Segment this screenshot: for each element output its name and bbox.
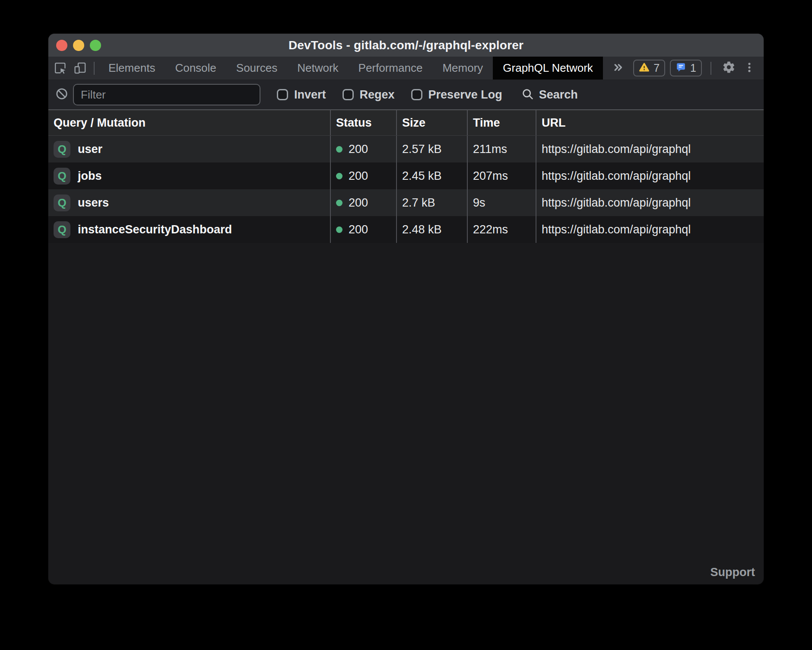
tab-sources[interactable]: Sources bbox=[226, 57, 287, 80]
requests-table-header: Query / Mutation Status Size Time URL bbox=[48, 109, 764, 136]
status-ok-dot bbox=[336, 173, 343, 179]
query-name: jobs bbox=[78, 169, 102, 183]
circle-slash-icon bbox=[55, 87, 68, 102]
table-row[interactable]: Q jobs 200 2.45 kB 207ms https://gitlab.… bbox=[48, 162, 764, 189]
tab-memory[interactable]: Memory bbox=[432, 57, 493, 80]
query-badge: Q bbox=[54, 141, 70, 158]
inspect-element-button[interactable] bbox=[50, 57, 70, 80]
status-ok-dot bbox=[336, 146, 343, 153]
close-window-button[interactable] bbox=[56, 40, 67, 51]
table-row[interactable]: Q user 200 2.57 kB 211ms https://gitlab.… bbox=[48, 136, 764, 162]
preserve-log-checkbox[interactable] bbox=[411, 89, 422, 100]
table-row[interactable]: Q users 200 2.7 kB 9s https://gitlab.com… bbox=[48, 189, 764, 216]
column-header-time: Time bbox=[467, 110, 536, 135]
filter-toolbar: Invert Regex Preserve Log Search bbox=[48, 80, 764, 109]
settings-button[interactable] bbox=[720, 61, 737, 76]
query-name: users bbox=[78, 196, 109, 210]
more-options-button[interactable] bbox=[742, 61, 757, 75]
status-code: 200 bbox=[349, 196, 368, 210]
chevron-double-right-icon bbox=[612, 61, 625, 76]
regex-checkbox[interactable] bbox=[343, 89, 354, 100]
window-title: DevTools - gitlab.com/-/graphql-explorer bbox=[289, 38, 523, 52]
query-name: instanceSecurityDashboard bbox=[78, 223, 232, 236]
toolbar-divider bbox=[710, 62, 711, 75]
warnings-badge[interactable]: 7 bbox=[633, 60, 665, 76]
status-code: 200 bbox=[349, 169, 368, 183]
query-name: user bbox=[78, 143, 102, 156]
preserve-log-label: Preserve Log bbox=[428, 88, 502, 102]
chat-bubble-icon bbox=[676, 62, 686, 74]
response-size: 2.45 kB bbox=[396, 162, 467, 189]
tabbar-right-controls: 7 1 bbox=[633, 57, 764, 80]
toggle-device-toolbar-button[interactable] bbox=[70, 57, 90, 80]
issues-count: 1 bbox=[690, 62, 696, 74]
request-url: https://gitlab.com/api/graphql bbox=[536, 136, 764, 162]
invert-checkbox[interactable] bbox=[277, 89, 288, 100]
column-header-query-mutation: Query / Mutation bbox=[48, 110, 330, 135]
response-time: 9s bbox=[467, 189, 536, 216]
kebab-menu-icon bbox=[743, 61, 755, 75]
warnings-count: 7 bbox=[653, 62, 660, 74]
response-size: 2.48 kB bbox=[396, 216, 467, 243]
request-url: https://gitlab.com/api/graphql bbox=[536, 189, 764, 216]
column-header-url: URL bbox=[536, 110, 764, 135]
invert-filter-group: Invert bbox=[277, 88, 326, 102]
response-time: 222ms bbox=[467, 216, 536, 243]
gear-icon bbox=[722, 61, 736, 76]
invert-label: Invert bbox=[294, 88, 326, 102]
tab-elements[interactable]: Elements bbox=[98, 57, 165, 80]
response-time: 211ms bbox=[467, 136, 536, 162]
search-icon bbox=[521, 88, 534, 102]
traffic-lights bbox=[56, 40, 101, 51]
warning-triangle-icon bbox=[639, 62, 650, 74]
status-ok-dot bbox=[336, 226, 343, 233]
devtools-tabbar: Elements Console Sources Network Perform… bbox=[48, 57, 764, 80]
preserve-log-group: Preserve Log bbox=[411, 88, 502, 102]
regex-label: Regex bbox=[360, 88, 395, 102]
status-code: 200 bbox=[349, 223, 368, 236]
table-row[interactable]: Q instanceSecurityDashboard 200 2.48 kB … bbox=[48, 216, 764, 243]
column-header-status: Status bbox=[330, 110, 396, 135]
status-ok-dot bbox=[336, 200, 343, 206]
tab-console[interactable]: Console bbox=[165, 57, 226, 80]
inspect-cursor-icon bbox=[54, 61, 67, 75]
window-titlebar[interactable]: DevTools - gitlab.com/-/graphql-explorer bbox=[48, 34, 764, 57]
regex-filter-group: Regex bbox=[343, 88, 395, 102]
filter-input[interactable] bbox=[73, 84, 260, 105]
response-time: 207ms bbox=[467, 162, 536, 189]
more-tabs-button[interactable] bbox=[603, 57, 633, 80]
search-label: Search bbox=[539, 88, 578, 102]
request-url: https://gitlab.com/api/graphql bbox=[536, 162, 764, 189]
support-link[interactable]: Support bbox=[710, 566, 755, 579]
status-code: 200 bbox=[349, 143, 368, 156]
devtools-window: DevTools - gitlab.com/-/graphql-explorer… bbox=[48, 34, 764, 584]
tab-graphql-network[interactable]: GraphQL Network bbox=[493, 57, 603, 80]
clear-requests-button[interactable] bbox=[55, 87, 68, 102]
request-url: https://gitlab.com/api/graphql bbox=[536, 216, 764, 243]
device-toolbar-icon bbox=[73, 61, 87, 75]
query-badge: Q bbox=[54, 194, 70, 211]
zoom-window-button[interactable] bbox=[90, 40, 101, 51]
query-badge: Q bbox=[54, 221, 70, 238]
tab-performance[interactable]: Performance bbox=[349, 57, 433, 80]
minimize-window-button[interactable] bbox=[73, 40, 84, 51]
column-header-size: Size bbox=[396, 110, 467, 135]
toolbar-divider bbox=[94, 62, 95, 75]
response-size: 2.7 kB bbox=[396, 189, 467, 216]
response-size: 2.57 kB bbox=[396, 136, 467, 162]
tab-network[interactable]: Network bbox=[287, 57, 348, 80]
search-button[interactable]: Search bbox=[521, 88, 578, 102]
issues-badge[interactable]: 1 bbox=[670, 60, 702, 76]
query-badge: Q bbox=[54, 168, 70, 185]
